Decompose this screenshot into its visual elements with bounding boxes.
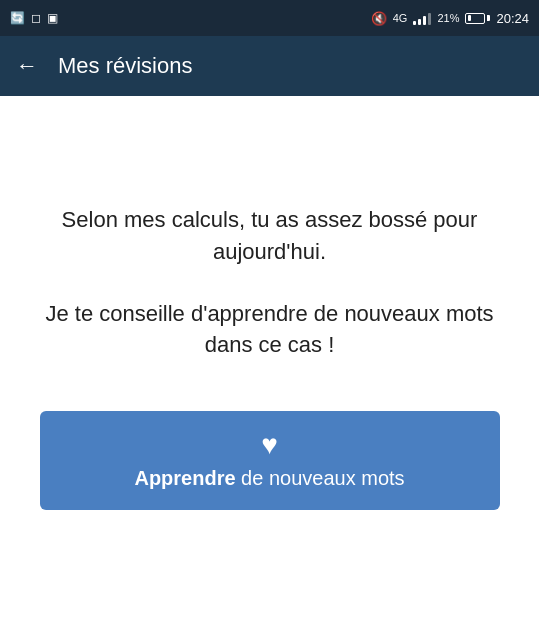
message-2: Je te conseille d'apprendre de nouveaux … xyxy=(40,298,499,362)
mute-icon: 🔇 xyxy=(371,11,387,26)
signal-bar-1 xyxy=(413,21,416,25)
nav-bar: ← Mes révisions xyxy=(0,36,539,96)
heart-icon: ♥ xyxy=(261,431,278,459)
battery-percent: 21% xyxy=(437,12,459,24)
status-bar-right: 🔇 4G 21% 20:24 xyxy=(371,11,529,26)
battery-icon xyxy=(465,13,490,24)
status-bar-left: 🔄 ◻ ▣ xyxy=(10,11,58,25)
signal-bar-2 xyxy=(418,19,421,25)
learn-new-words-button[interactable]: ♥ Apprendre de nouveaux mots xyxy=(40,411,500,510)
button-label-normal: de nouveaux mots xyxy=(236,467,405,489)
main-content: Selon mes calculs, tu as assez bossé pou… xyxy=(0,96,539,618)
signal-bars xyxy=(413,11,431,25)
app-icon-2: ◻ xyxy=(31,11,41,25)
signal-bar-3 xyxy=(423,16,426,25)
button-label: Apprendre de nouveaux mots xyxy=(134,467,404,490)
page-title: Mes révisions xyxy=(58,53,192,79)
app-icon-1: 🔄 xyxy=(10,11,25,25)
network-label: 4G xyxy=(393,12,408,24)
button-label-bold: Apprendre xyxy=(134,467,235,489)
status-bar: 🔄 ◻ ▣ 🔇 4G 21% 20:24 xyxy=(0,0,539,36)
clock: 20:24 xyxy=(496,11,529,26)
message-1: Selon mes calculs, tu as assez bossé pou… xyxy=(40,204,499,268)
app-icon-3: ▣ xyxy=(47,11,58,25)
back-button[interactable]: ← xyxy=(16,55,38,77)
signal-bar-4 xyxy=(428,13,431,25)
